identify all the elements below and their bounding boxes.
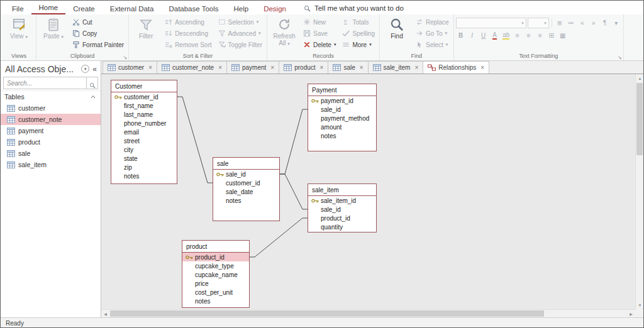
er-field-notes[interactable]: notes <box>111 172 177 180</box>
er-table-title[interactable]: Payment <box>308 84 376 96</box>
sidebar-item-customer-note[interactable]: customer_note <box>1 114 101 125</box>
tell-me-box[interactable]: Tell me what you want to do <box>304 4 404 14</box>
ribbon-tab-home[interactable]: Home <box>31 1 66 14</box>
er-field-product-id[interactable]: product_id <box>182 253 249 261</box>
er-field-sale-item-id[interactable]: sale_item_id <box>308 196 376 205</box>
totals-button[interactable]: ΣTotals <box>340 16 377 28</box>
select-button[interactable]: Select▾ <box>413 39 452 50</box>
relationships-canvas[interactable]: Customercustomer_idfirst_namelast_nameph… <box>101 74 635 309</box>
er-field-customer-id[interactable]: customer_id <box>213 178 279 187</box>
er-table-customer[interactable]: Customercustomer_idfirst_namelast_nameph… <box>111 80 177 184</box>
go-to-button[interactable]: Go To▾ <box>413 28 452 39</box>
er-field-email[interactable]: email <box>111 128 177 136</box>
horizontal-scroll-thumb[interactable] <box>110 310 544 317</box>
bold-icon[interactable]: B <box>456 30 466 40</box>
indent-increase-icon[interactable]: » <box>589 18 599 28</box>
font-name-combo[interactable]: ▾ <box>456 18 526 28</box>
descending-button[interactable]: Descending <box>162 28 214 39</box>
er-field-phone-number[interactable]: phone_number <box>111 119 177 128</box>
bullets-icon[interactable]: ≣ <box>555 18 565 28</box>
er-field-cupcake-type[interactable]: cupcake_type <box>182 261 249 270</box>
paste-button[interactable]: Paste ▾ <box>38 15 69 52</box>
highlight-color-icon[interactable]: ab <box>501 30 511 40</box>
ribbon-tab-create[interactable]: Create <box>65 3 103 14</box>
nav-section-tables[interactable]: Tables <box>1 90 101 102</box>
more-formats-icon[interactable]: ▾ <box>611 18 621 28</box>
paragraph-direction-icon[interactable]: ¶ <box>600 18 610 28</box>
scroll-left-icon[interactable]: ◀ <box>101 310 109 317</box>
er-field-amount[interactable]: amount <box>308 123 376 131</box>
spelling-button[interactable]: Spelling <box>340 28 377 39</box>
er-table-sale[interactable]: salesale_idcustomer_idsale_datenotes <box>213 157 280 221</box>
er-field-notes[interactable]: notes <box>213 196 279 205</box>
scroll-up-icon[interactable]: ▲ <box>636 74 643 82</box>
toggle-filter-button[interactable]: Toggle Filter <box>216 39 265 50</box>
ribbon-tab-help[interactable]: Help <box>226 3 257 14</box>
er-field-sale-id[interactable]: sale_id <box>308 105 376 114</box>
er-field-street[interactable]: street <box>111 136 177 145</box>
format-painter-button[interactable]: Format Painter <box>70 39 126 50</box>
er-field-sale-id[interactable]: sale_id <box>213 170 279 178</box>
er-field-customer-id[interactable]: customer_id <box>111 92 177 101</box>
er-field-cost-per-unit[interactable]: cost_per_unit <box>182 288 249 297</box>
doc-tab-customer-note[interactable]: customer_note× <box>157 61 227 74</box>
sidebar-item-sale-item[interactable]: sale_item <box>1 159 101 170</box>
er-field-first-name[interactable]: first_name <box>111 101 177 110</box>
horizontal-scrollbar[interactable]: ◀ ▶ <box>101 309 635 317</box>
view-button[interactable]: View ▾ <box>4 15 34 52</box>
er-field-sale-date[interactable]: sale_date <box>213 187 279 196</box>
close-tab-icon[interactable]: × <box>320 64 324 71</box>
er-table-sale-item[interactable]: sale_itemsale_item_idsale_idproduct_idqu… <box>308 183 377 232</box>
er-field-zip[interactable]: zip <box>111 163 177 172</box>
italic-icon[interactable]: I <box>467 30 477 40</box>
er-field-payment-method[interactable]: payment_method <box>308 114 376 123</box>
er-field-city[interactable]: city <box>111 145 177 154</box>
dialog-launcher-icon[interactable]: ↘ <box>618 55 622 60</box>
er-table-title[interactable]: sale_item <box>308 184 376 196</box>
sidebar-item-product[interactable]: product <box>1 136 101 148</box>
er-field-product-id[interactable]: product_id <box>308 214 376 222</box>
doc-tab-sale-item[interactable]: sale_item× <box>368 61 424 74</box>
indent-decrease-icon[interactable]: « <box>577 18 587 28</box>
ribbon-tab-file[interactable]: File <box>4 3 31 14</box>
font-size-combo[interactable]: ▾ <box>528 18 549 28</box>
align-left-icon[interactable]: ≡ <box>513 30 523 40</box>
er-table-product[interactable]: productproduct_idcupcake_typecupcake_nam… <box>182 240 250 308</box>
er-field-quantity[interactable]: quantity <box>308 222 376 231</box>
cut-button[interactable]: Cut <box>70 16 126 28</box>
er-table-payment[interactable]: Paymentpayment_idsale_idpayment_methodam… <box>308 84 377 151</box>
search-button[interactable] <box>86 77 97 89</box>
er-table-title[interactable]: Customer <box>111 80 177 92</box>
doc-tab-product[interactable]: product× <box>279 61 328 74</box>
more-button[interactable]: More▾ <box>340 39 377 50</box>
filter-button[interactable]: Filter <box>131 15 161 52</box>
doc-tab-customer[interactable]: customer× <box>103 61 157 74</box>
er-field-cupcake-name[interactable]: cupcake_name <box>182 270 249 279</box>
vertical-scrollbar[interactable]: ▲ ▼ <box>635 74 643 309</box>
replace-button[interactable]: Replace <box>413 16 452 28</box>
close-tab-icon[interactable]: × <box>480 64 484 71</box>
er-field-sale-id[interactable]: sale_id <box>308 205 376 214</box>
save-button[interactable]: Save <box>301 28 338 39</box>
doc-tab-relationships[interactable]: Relationships× <box>423 61 489 74</box>
close-tab-icon[interactable]: × <box>270 64 274 71</box>
underline-icon[interactable]: U <box>479 30 489 40</box>
copy-button[interactable]: Copy <box>70 28 126 39</box>
er-field-state[interactable]: state <box>111 154 177 163</box>
scroll-right-icon[interactable]: ▶ <box>627 310 635 317</box>
find-button[interactable]: Find <box>382 15 412 52</box>
er-field-notes[interactable]: notes <box>308 131 376 140</box>
refresh-all-button[interactable]: Refresh All ▾ <box>269 15 299 52</box>
close-tab-icon[interactable]: × <box>148 64 152 71</box>
nav-search-box[interactable]: Search... <box>3 77 98 89</box>
close-tab-icon[interactable]: × <box>360 64 364 71</box>
relationship-line[interactable] <box>280 174 308 209</box>
relationship-line[interactable] <box>250 218 308 257</box>
er-field-payment-id[interactable]: payment_id <box>308 96 376 105</box>
er-table-title[interactable]: product <box>182 241 249 253</box>
close-tab-icon[interactable]: × <box>414 64 418 71</box>
delete-button[interactable]: Delete▾ <box>301 39 338 50</box>
doc-tab-sale[interactable]: sale× <box>328 61 368 74</box>
ascending-button[interactable]: Ascending <box>162 16 214 28</box>
advanced-button[interactable]: Advanced▾ <box>216 28 265 39</box>
